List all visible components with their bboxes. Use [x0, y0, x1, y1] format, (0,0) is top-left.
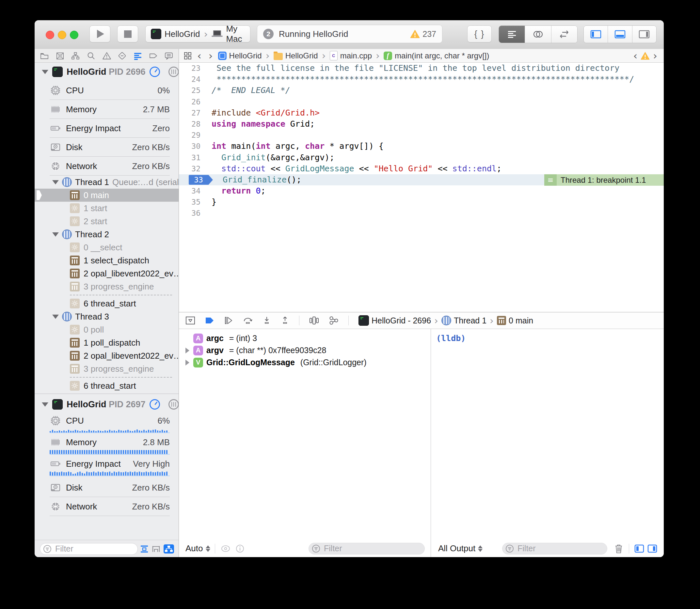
breakpoint-line-badge[interactable]: 33: [189, 175, 213, 185]
report-navigator-icon[interactable]: [164, 51, 173, 60]
next-issue-button[interactable]: ›: [651, 50, 659, 62]
code-line[interactable]: 31 Grid_init(&argc,&argv);: [179, 152, 664, 163]
symbol-navigator-icon[interactable]: [71, 51, 80, 60]
navigator-filter-input[interactable]: [40, 543, 138, 555]
close-window-button[interactable]: [46, 31, 54, 39]
run-button[interactable]: [89, 25, 110, 42]
code-line[interactable]: 32 std::cout << GridLogMessage << "Hello…: [179, 163, 664, 174]
stack-frame-row[interactable]: ☼0 poll: [35, 323, 178, 336]
step-over-button[interactable]: [243, 316, 253, 325]
find-navigator-icon[interactable]: [86, 51, 96, 60]
breakpoint-navigator-icon[interactable]: [149, 51, 158, 60]
stat-row-disk[interactable]: DiskZero KB/s: [35, 478, 178, 497]
debug-panes-divider[interactable]: [431, 329, 431, 557]
project-navigator-icon[interactable]: [40, 51, 49, 60]
code-snippets-button[interactable]: { }: [467, 25, 492, 42]
view-process-by-queue-icon[interactable]: [164, 544, 174, 554]
console-filter-input[interactable]: [502, 543, 607, 555]
stat-row-memory[interactable]: Memory2.7 MB: [35, 100, 178, 119]
code-line[interactable]: 24 *************************************…: [179, 74, 664, 85]
stack-frame-row[interactable]: 2 opal_libevent2022_ev…: [35, 267, 178, 280]
stack-frame-row[interactable]: ☼1 start: [35, 202, 178, 215]
code-line[interactable]: 35}: [179, 196, 664, 208]
code-line[interactable]: 23 See the full license in the file "LIC…: [179, 63, 664, 74]
stack-frame-row[interactable]: 2 opal_libevent2022_ev…: [35, 349, 178, 362]
stack-frame-row[interactable]: ☼6 thread_start: [35, 297, 178, 310]
show-console-view-button[interactable]: [647, 544, 657, 553]
scheme-selector[interactable]: HelloGrid › My Mac: [145, 25, 251, 42]
code-line[interactable]: 30int main(int argc, char * argv[]) {: [179, 141, 664, 152]
previous-issue-button[interactable]: ‹: [631, 50, 639, 62]
go-forward-button[interactable]: ›: [207, 50, 215, 62]
stack-frame-row[interactable]: 3 progress_engine: [35, 280, 178, 293]
thread-row[interactable]: Thread 1Queue:…d (serial): [35, 176, 178, 189]
test-navigator-icon[interactable]: [118, 51, 127, 60]
stack-frame-row[interactable]: 1 poll_dispatch: [35, 336, 178, 349]
stat-row-network[interactable]: NetworkZero KB/s: [35, 157, 178, 176]
stat-row-energy-impact[interactable]: Energy ImpactZero: [35, 119, 178, 138]
step-out-button[interactable]: [281, 316, 289, 325]
stack-frame-row[interactable]: 0 main: [35, 189, 178, 202]
disclosure-triangle-icon[interactable]: [185, 360, 190, 366]
clear-console-button[interactable]: [614, 543, 624, 554]
performance-gauge-button[interactable]: [150, 399, 160, 410]
thread-row[interactable]: Thread 2: [35, 228, 178, 241]
source-editor[interactable]: 23 See the full license in the file "LIC…: [179, 63, 664, 312]
process-row[interactable]: HelloGrid PID 2697: [35, 395, 178, 414]
console-scope-select[interactable]: All Output: [438, 543, 475, 554]
warning-icon[interactable]: [410, 29, 420, 38]
issue-navigator-icon[interactable]: [102, 51, 111, 60]
code-line[interactable]: 25/* END LEGAL */: [179, 85, 664, 96]
stack-frame-row[interactable]: ☼2 start: [35, 215, 178, 228]
code-line[interactable]: 34 return 0;: [179, 185, 664, 196]
debug-crumb-thread[interactable]: Thread 1: [454, 316, 486, 325]
memory-gauge-button[interactable]: [169, 67, 178, 77]
assistant-editor-button[interactable]: [525, 26, 551, 43]
console-view[interactable]: (lldb): [431, 329, 664, 540]
hide-debug-area-button[interactable]: [185, 316, 195, 325]
breakpoint-annotation[interactable]: ≡ Thread 1: breakpoint 1.1: [544, 174, 664, 186]
go-back-button[interactable]: ‹: [195, 50, 203, 62]
stat-row-cpu[interactable]: CPU0%: [35, 81, 178, 100]
stack-frame-row[interactable]: ☼6 thread_start: [35, 379, 178, 392]
stat-row-network[interactable]: NetworkZero KB/s: [35, 497, 178, 516]
stat-row-cpu[interactable]: CPU6%: [35, 414, 178, 428]
breakpoints-toggle-button[interactable]: [205, 317, 214, 325]
stack-frame-row[interactable]: 3 progress_engine: [35, 362, 178, 375]
stack-frame-row[interactable]: 1 select_dispatch: [35, 254, 178, 267]
code-line[interactable]: 28using namespace Grid;: [179, 119, 664, 129]
variable-row[interactable]: VGrid::GridLogMessage (Grid::GridLogger): [179, 356, 431, 368]
debug-memory-graph-button[interactable]: [329, 316, 339, 325]
toggle-inspector-button[interactable]: [632, 26, 656, 43]
step-into-button[interactable]: [262, 316, 271, 325]
sidebar-divider[interactable]: [178, 49, 179, 557]
breadcrumb-project[interactable]: HelloGrid: [218, 51, 262, 60]
activity-view[interactable]: 2 Running HelloGrid 237: [257, 25, 442, 43]
info-icon[interactable]: [235, 544, 244, 553]
thread-row[interactable]: Thread 3: [35, 310, 178, 323]
stat-row-memory[interactable]: Memory2.8 MB: [35, 435, 178, 449]
memory-gauge-button[interactable]: [169, 399, 178, 410]
toggle-navigator-button[interactable]: [584, 26, 608, 43]
breadcrumb-file[interactable]: C main.cpp: [330, 51, 372, 60]
variable-row[interactable]: Aargc = (int) 3: [179, 332, 431, 344]
toggle-debug-area-button[interactable]: [608, 26, 632, 43]
variables-filter-input[interactable]: [309, 543, 425, 555]
flatten-stack-filter-icon[interactable]: [140, 545, 149, 553]
code-line[interactable]: 26: [179, 96, 664, 107]
variable-row[interactable]: Aargv = (char **) 0x7ffee9039c28: [179, 344, 431, 356]
issue-warning-icon[interactable]: [641, 52, 650, 60]
stack-frame-row[interactable]: ☼0 __select: [35, 241, 178, 254]
stat-row-energy-impact[interactable]: Energy ImpactVery High: [35, 457, 178, 471]
variables-scope-select[interactable]: Auto: [185, 543, 203, 554]
debug-view-hierarchy-button[interactable]: [309, 316, 319, 325]
continue-button[interactable]: [224, 316, 233, 325]
code-line[interactable]: 27#include <Grid/Grid.h>: [179, 107, 664, 119]
quick-look-icon[interactable]: [220, 544, 231, 553]
breadcrumb-symbol[interactable]: f main(int argc, char * argv[]): [383, 51, 489, 60]
stop-button[interactable]: [117, 25, 138, 42]
standard-editor-button[interactable]: [499, 26, 525, 43]
breadcrumb-group[interactable]: HelloGrid: [274, 51, 318, 60]
show-variables-view-button[interactable]: [634, 544, 644, 553]
code-line[interactable]: 29: [179, 129, 664, 141]
